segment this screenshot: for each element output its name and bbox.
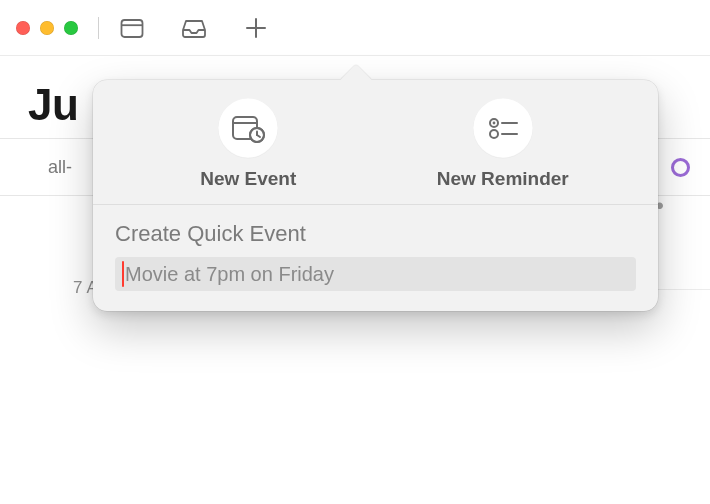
icon-circle xyxy=(218,98,278,158)
quick-event-input[interactable] xyxy=(125,263,626,286)
inbox-icon xyxy=(181,18,207,38)
month-title: Ju xyxy=(28,80,78,129)
calendar-with-clock-icon xyxy=(231,113,265,143)
time-hour: 7 xyxy=(73,278,82,297)
svg-point-11 xyxy=(492,122,495,125)
tab-new-reminder[interactable]: New Reminder xyxy=(376,98,631,190)
svg-point-13 xyxy=(490,130,498,138)
window-controls xyxy=(16,21,78,35)
popover-tabs: New Event New Reminder xyxy=(93,80,658,205)
calendar-event-ring-icon[interactable] xyxy=(671,158,690,177)
zoom-window-button[interactable] xyxy=(64,21,78,35)
calendar-icon xyxy=(120,17,144,39)
text-caret xyxy=(122,261,124,287)
tab-label: New Event xyxy=(200,168,296,190)
svg-rect-0 xyxy=(122,20,143,37)
add-toolbar-button[interactable] xyxy=(239,14,273,42)
icon-circle xyxy=(473,98,533,158)
minimize-window-button[interactable] xyxy=(40,21,54,35)
plus-icon xyxy=(245,17,267,39)
tab-new-event[interactable]: New Event xyxy=(121,98,376,190)
quick-event-heading: Create Quick Event xyxy=(115,221,636,247)
calendars-toolbar-button[interactable] xyxy=(115,14,149,42)
window-titlebar xyxy=(0,0,710,56)
quick-event-input-wrap[interactable] xyxy=(115,257,636,291)
close-window-button[interactable] xyxy=(16,21,30,35)
tab-label: New Reminder xyxy=(437,168,569,190)
all-day-label: all- xyxy=(48,157,72,178)
quick-event-popover: New Event New Reminder Create Quick Even… xyxy=(93,80,658,311)
reminder-list-icon xyxy=(487,115,519,141)
toolbar-divider xyxy=(98,17,99,39)
popover-body: Create Quick Event xyxy=(93,205,658,291)
inbox-toolbar-button[interactable] xyxy=(177,14,211,42)
